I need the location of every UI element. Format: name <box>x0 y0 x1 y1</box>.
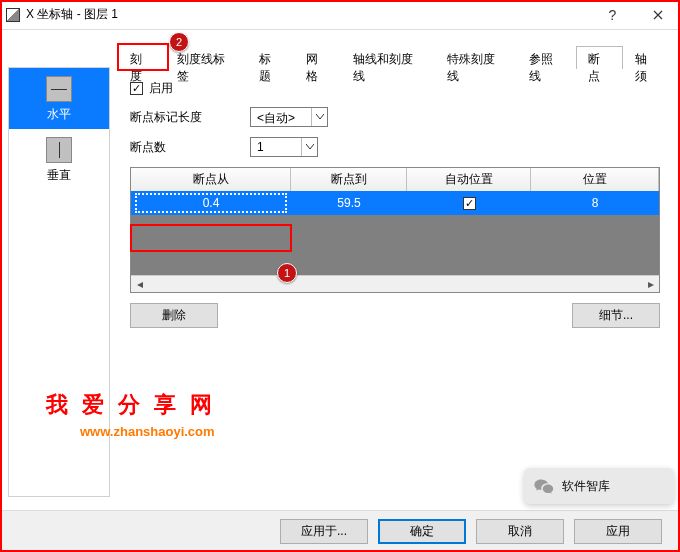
cell-auto[interactable] <box>407 196 531 210</box>
mark-length-value: <自动> <box>251 108 311 126</box>
enable-checkbox[interactable] <box>130 82 143 95</box>
count-label: 断点数 <box>130 139 250 156</box>
cell-from[interactable]: 0.4 <box>131 191 291 215</box>
th-auto[interactable]: 自动位置 <box>407 168 531 191</box>
scroll-right-icon[interactable]: ▸ <box>642 276 659 293</box>
apply-button[interactable]: 应用 <box>574 519 662 544</box>
tab-line-ticks[interactable]: 轴线和刻度线 <box>341 46 435 69</box>
annotation-highlight-cell <box>130 224 292 252</box>
count-combo[interactable]: 1 <box>250 137 318 157</box>
th-from[interactable]: 断点从 <box>131 168 291 191</box>
count-value: 1 <box>251 138 301 156</box>
table-actions: 删除 细节... <box>130 303 660 328</box>
titlebar: X 坐标轴 - 图层 1 ? <box>0 0 680 30</box>
tab-title[interactable]: 标题 <box>247 46 294 69</box>
chevron-down-icon <box>311 108 327 126</box>
horizontal-scrollbar[interactable]: ◂ ▸ <box>131 275 659 292</box>
scroll-left-icon[interactable]: ◂ <box>131 276 148 293</box>
window-title: X 坐标轴 - 图层 1 <box>26 6 118 23</box>
table-row[interactable]: 0.4 59.5 8 <box>131 191 659 215</box>
details-button[interactable]: 细节... <box>572 303 660 328</box>
mark-length-label: 断点标记长度 <box>130 109 250 126</box>
sidebar-item-vertical[interactable]: 垂直 <box>9 129 109 190</box>
mark-length-combo[interactable]: <自动> <box>250 107 328 127</box>
ok-button[interactable]: 确定 <box>378 519 466 544</box>
tip-text: 软件智库 <box>562 478 610 495</box>
mark-length-row: 断点标记长度 <自动> <box>130 107 660 127</box>
close-button[interactable] <box>635 0 680 30</box>
tab-breaks[interactable]: 断点 <box>576 46 623 69</box>
tab-reference-lines[interactable]: 参照线 <box>517 46 576 69</box>
sidebar-item-horizontal[interactable]: 水平 <box>9 68 109 129</box>
cell-pos[interactable]: 8 <box>531 196 659 210</box>
sidebar-item-label: 水平 <box>47 106 71 123</box>
watermark-text: 我爱分享网 <box>46 390 226 420</box>
enable-row: 启用 <box>130 80 660 97</box>
cell-from-value: 0.4 <box>203 196 220 210</box>
th-to[interactable]: 断点到 <box>291 168 407 191</box>
sidebar-item-label: 垂直 <box>47 167 71 184</box>
enable-label: 启用 <box>149 80 173 97</box>
annotation-badge-1: 1 <box>277 263 297 283</box>
axis-vertical-icon <box>46 137 72 163</box>
apply-to-button[interactable]: 应用于... <box>280 519 368 544</box>
tab-special-ticks[interactable]: 特殊刻度线 <box>435 46 517 69</box>
wechat-icon <box>534 478 554 494</box>
chevron-down-icon <box>301 138 317 156</box>
floating-tip: 软件智库 <box>524 468 674 504</box>
auto-checkbox-icon <box>463 197 476 210</box>
th-pos[interactable]: 位置 <box>531 168 659 191</box>
count-row: 断点数 1 <box>130 137 660 157</box>
window-icon <box>6 8 20 22</box>
tab-rug[interactable]: 轴须 <box>623 46 670 69</box>
annotation-badge-2: 2 <box>169 32 189 52</box>
table-header: 断点从 断点到 自动位置 位置 <box>131 168 659 191</box>
cell-to[interactable]: 59.5 <box>291 196 407 210</box>
tab-strip: 刻度 刻度线标签 标题 网格 轴线和刻度线 特殊刻度线 参照线 断点 轴须 <box>118 45 670 69</box>
tab-grid[interactable]: 网格 <box>294 46 341 69</box>
close-icon <box>653 10 663 20</box>
cancel-button[interactable]: 取消 <box>476 519 564 544</box>
breaks-panel: 启用 断点标记长度 <自动> 断点数 1 断点从 断点到 自动位置 位置 <box>130 80 660 328</box>
watermark-url: www.zhanshaoyi.com <box>80 424 215 439</box>
tab-scale[interactable]: 刻度 <box>118 46 165 69</box>
axis-horizontal-icon <box>46 76 72 102</box>
delete-button[interactable]: 删除 <box>130 303 218 328</box>
dialog-buttons: 应用于... 确定 取消 应用 <box>0 510 680 552</box>
help-button[interactable]: ? <box>590 0 635 30</box>
content-area: 水平 垂直 刻度 刻度线标签 标题 网格 轴线和刻度线 特殊刻度线 参照线 断点… <box>0 30 680 508</box>
